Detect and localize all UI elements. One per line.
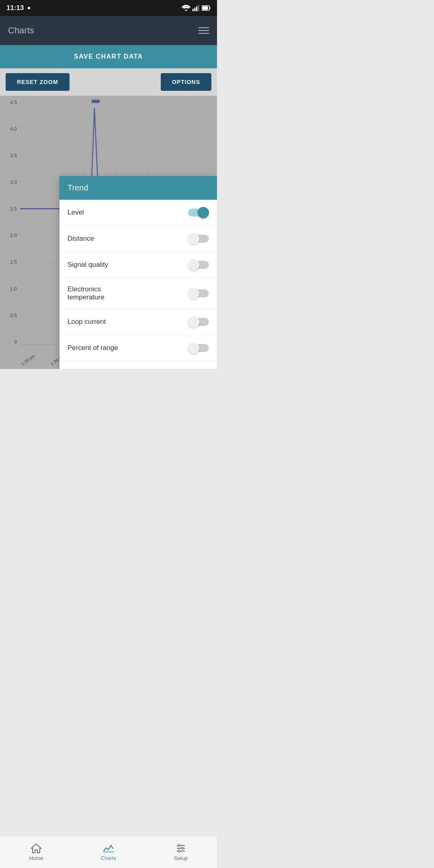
percent-range-toggle-thumb [188, 342, 199, 354]
level-toggle[interactable] [188, 207, 209, 218]
dropdown-item-electronics-temp[interactable]: Electronicstemperature [59, 278, 217, 309]
signal-quality-toggle-thumb [188, 259, 199, 270]
status-time: 11:13 [6, 4, 24, 12]
svg-rect-5 [203, 6, 208, 10]
percent-range-toggle[interactable] [188, 342, 209, 354]
electronics-temp-label: Electronicstemperature [68, 285, 104, 301]
dropdown-item-loop-current[interactable]: Loop current [59, 309, 217, 335]
dropdown-item-signal-quality[interactable]: Signal quality [59, 252, 217, 278]
save-chart-data-button[interactable]: SAVE CHART DATA [0, 45, 217, 68]
app-bar-title: Charts [8, 25, 34, 36]
status-bar: 11:13 [0, 0, 217, 16]
hamburger-menu-button[interactable] [199, 27, 209, 34]
dropdown-title: Trend [68, 183, 88, 192]
level-label: Level [68, 209, 84, 217]
dropdown-item-echo-profile[interactable]: Echo profile [59, 361, 217, 369]
battery-icon [202, 5, 211, 11]
echo-profile-icon [194, 368, 209, 369]
status-icons [182, 5, 211, 11]
svg-rect-3 [198, 5, 199, 11]
distance-toggle-thumb [188, 233, 199, 244]
app-bar: Charts [0, 16, 217, 45]
svg-rect-0 [192, 9, 194, 11]
signal-icon [192, 5, 200, 11]
electronics-temp-toggle-thumb [188, 288, 199, 299]
chart-area: 4.5 4.0 3.5 3.0 2.5 2.0 1.5 1.0 0.5 0 [0, 96, 217, 369]
signal-quality-label: Signal quality [68, 261, 108, 269]
percent-range-label: Percent of range [68, 344, 118, 352]
dropdown-item-distance[interactable]: Distance [59, 226, 217, 252]
dropdown-item-percent-range[interactable]: Percent of range [59, 335, 217, 361]
distance-toggle[interactable] [188, 233, 209, 244]
dropdown-header: Trend [59, 176, 217, 200]
svg-rect-1 [194, 8, 196, 11]
toolbar-row: RESET ZOOM OPTIONS [0, 68, 217, 96]
status-dot [28, 7, 30, 9]
loop-current-toggle-thumb [188, 316, 199, 328]
level-toggle-thumb [198, 207, 209, 218]
options-button[interactable]: OPTIONS [161, 73, 211, 91]
svg-rect-2 [196, 6, 197, 11]
reset-zoom-button[interactable]: RESET ZOOM [6, 73, 70, 91]
dropdown-item-level[interactable]: Level [59, 200, 217, 226]
loop-current-toggle[interactable] [188, 316, 209, 328]
svg-rect-6 [210, 7, 211, 9]
electronics-temp-toggle[interactable] [188, 288, 209, 299]
wifi-icon [182, 5, 190, 11]
distance-label: Distance [68, 235, 94, 243]
signal-quality-toggle[interactable] [188, 259, 209, 270]
trend-dropdown-panel: Trend Level Distance Signal quality [59, 176, 217, 369]
loop-current-label: Loop current [68, 318, 106, 326]
